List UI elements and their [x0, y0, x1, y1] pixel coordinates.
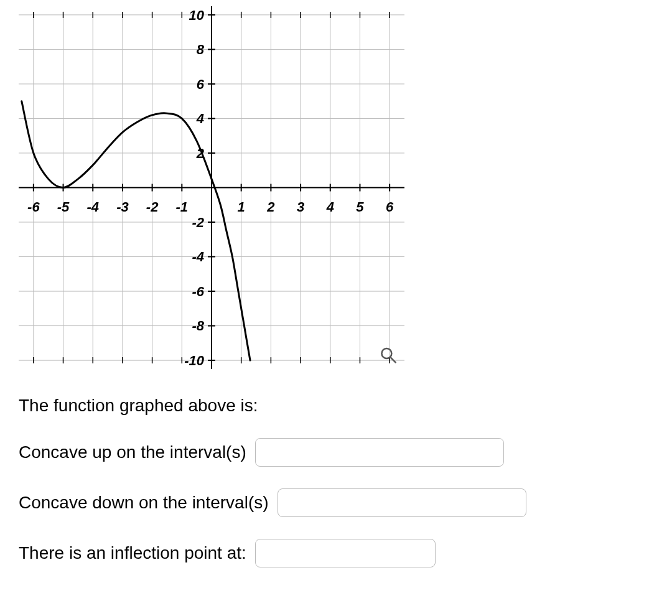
concave-down-label: Concave down on the interval(s)	[19, 492, 269, 513]
svg-text:10: 10	[189, 7, 205, 23]
svg-text:-5: -5	[57, 199, 70, 215]
intro-text: The function graphed above is:	[19, 395, 672, 416]
svg-text:2: 2	[266, 199, 275, 215]
svg-text:-4: -4	[192, 249, 204, 264]
svg-text:-6: -6	[192, 284, 204, 299]
chart-curve	[22, 101, 250, 360]
concave-up-row: Concave up on the interval(s)	[19, 438, 672, 467]
svg-text:-2: -2	[146, 199, 159, 215]
svg-line-97	[390, 357, 396, 363]
concave-down-input[interactable]	[278, 488, 526, 517]
question-block: The function graphed above is: Concave u…	[19, 395, 672, 567]
inflection-row: There is an inflection point at:	[19, 539, 672, 567]
svg-text:-10: -10	[184, 353, 205, 368]
svg-text:6: 6	[197, 77, 205, 92]
svg-text:4: 4	[326, 199, 334, 215]
svg-text:-3: -3	[116, 199, 129, 215]
svg-text:3: 3	[297, 199, 304, 215]
inflection-input[interactable]	[255, 539, 436, 567]
svg-text:8: 8	[197, 42, 205, 57]
svg-text:-4: -4	[86, 199, 99, 215]
svg-text:-1: -1	[176, 199, 189, 215]
chart-svg: -6-5-4-3-2-1123456-10-8-6-4-2246810	[12, 0, 411, 373]
svg-text:-2: -2	[192, 215, 204, 230]
chart-axes	[19, 6, 404, 369]
svg-point-96	[381, 348, 391, 358]
svg-text:4: 4	[196, 111, 204, 126]
page-root: -6-5-4-3-2-1123456-10-8-6-4-2246810 The …	[0, 0, 672, 616]
svg-text:-6: -6	[27, 199, 40, 215]
svg-text:1: 1	[238, 199, 245, 215]
concave-down-row: Concave down on the interval(s)	[19, 488, 672, 517]
concave-up-label: Concave up on the interval(s)	[19, 442, 246, 463]
svg-text:5: 5	[356, 199, 364, 215]
chart: -6-5-4-3-2-1123456-10-8-6-4-2246810	[12, 0, 411, 373]
concave-up-input[interactable]	[255, 438, 504, 467]
svg-text:-8: -8	[192, 318, 204, 334]
svg-text:6: 6	[386, 199, 394, 215]
inflection-label: There is an inflection point at:	[19, 543, 246, 564]
